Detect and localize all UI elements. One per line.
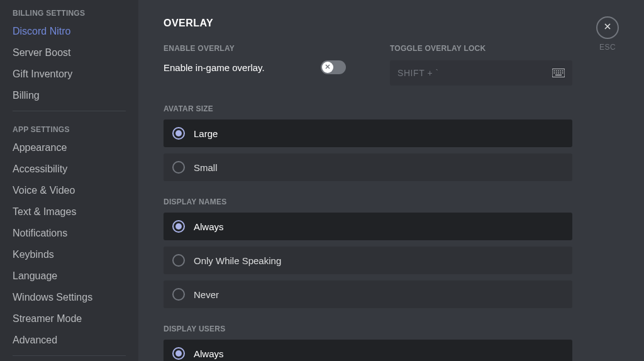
sidebar-item-text-images[interactable]: Text & Images <box>6 202 132 222</box>
enable-overlay-toggle[interactable] <box>321 60 346 74</box>
sidebar-item-gift-inventory[interactable]: Gift Inventory <box>6 64 132 84</box>
svg-rect-2 <box>556 70 557 72</box>
radio-icon <box>172 220 185 233</box>
sidebar-item-notifications[interactable]: Notifications <box>6 223 132 243</box>
display-users-option-always[interactable]: Always <box>164 340 572 361</box>
svg-rect-8 <box>558 72 559 74</box>
option-label: Small <box>194 162 218 173</box>
sidebar-item-keybinds[interactable]: Keybinds <box>6 245 132 265</box>
option-label: Always <box>194 221 224 232</box>
sidebar-item-windows-settings[interactable]: Windows Settings <box>6 287 132 308</box>
avatar-size-header: AVATAR SIZE <box>164 104 572 113</box>
sidebar-header-billing: BILLING SETTINGS <box>6 0 132 21</box>
hotkey-value: SHIFT + ` <box>397 68 439 78</box>
svg-rect-6 <box>554 72 555 74</box>
settings-sidebar: BILLING SETTINGS Discord Nitro Server Bo… <box>0 0 138 361</box>
svg-rect-7 <box>556 72 557 74</box>
svg-rect-9 <box>560 72 562 74</box>
page-title: OVERLAY <box>164 18 572 29</box>
option-label: Only While Speaking <box>194 255 281 266</box>
option-label: Never <box>194 289 219 300</box>
svg-rect-10 <box>562 72 564 74</box>
display-users-header: DISPLAY USERS <box>164 325 572 333</box>
display-names-header: DISPLAY NAMES <box>164 197 572 206</box>
close-area: ESC <box>596 16 619 52</box>
svg-rect-3 <box>558 70 559 72</box>
option-label: Always <box>194 348 224 359</box>
sidebar-item-server-boost[interactable]: Server Boost <box>6 43 132 63</box>
svg-rect-4 <box>560 70 562 72</box>
svg-rect-5 <box>562 70 564 72</box>
display-names-option-always[interactable]: Always <box>164 213 572 240</box>
toggle-off-icon <box>324 62 331 73</box>
sidebar-item-language[interactable]: Language <box>6 266 132 286</box>
sidebar-item-streamer-mode[interactable]: Streamer Mode <box>6 309 132 329</box>
option-label: Large <box>194 128 218 139</box>
svg-rect-11 <box>555 75 562 76</box>
enable-overlay-label: Enable in-game overlay. <box>164 62 265 73</box>
radio-icon <box>172 254 185 267</box>
svg-rect-1 <box>554 70 555 72</box>
sidebar-item-discord-nitro[interactable]: Discord Nitro <box>6 21 132 42</box>
sidebar-item-voice-video[interactable]: Voice & Video <box>6 181 132 201</box>
sidebar-header-app: APP SETTINGS <box>6 116 132 138</box>
sidebar-item-appearance[interactable]: Appearance <box>6 138 132 158</box>
avatar-size-option-large[interactable]: Large <box>164 119 572 147</box>
sidebar-divider <box>13 355 126 356</box>
avatar-size-option-small[interactable]: Small <box>164 153 572 181</box>
toggle-lock-header: TOGGLE OVERLAY LOCK <box>390 44 572 53</box>
close-button[interactable] <box>596 16 619 39</box>
sidebar-divider <box>13 111 126 111</box>
radio-icon <box>172 347 185 360</box>
radio-icon <box>172 127 185 140</box>
display-names-option-only-while-speaking[interactable]: Only While Speaking <box>164 247 572 274</box>
hotkey-input[interactable]: SHIFT + ` <box>390 60 572 86</box>
toggle-knob <box>322 62 333 73</box>
radio-icon <box>172 288 185 301</box>
sidebar-item-advanced[interactable]: Advanced <box>6 330 132 350</box>
main-content: ESC OVERLAY ENABLE OVERLAY Enable in-gam… <box>138 0 644 361</box>
close-icon <box>602 21 613 34</box>
radio-icon <box>172 161 185 174</box>
esc-label: ESC <box>596 43 619 52</box>
sidebar-item-billing[interactable]: Billing <box>6 86 132 106</box>
enable-overlay-header: ENABLE OVERLAY <box>164 44 346 53</box>
keyboard-icon <box>552 69 565 77</box>
display-names-option-never[interactable]: Never <box>164 280 572 308</box>
sidebar-item-accessibility[interactable]: Accessibility <box>6 159 132 179</box>
